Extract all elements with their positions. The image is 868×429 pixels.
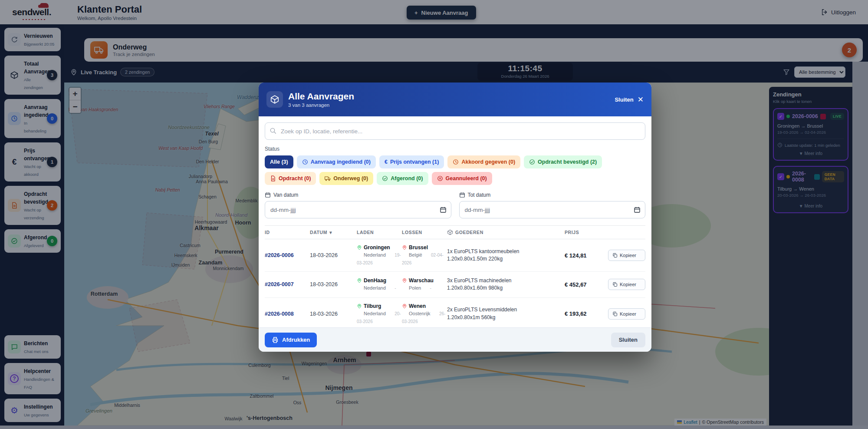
- goederen-cell: 2x EuroPLTS Levensmiddelen 1.20x0.80x1m …: [447, 306, 565, 321]
- pin-red-icon: [402, 245, 407, 250]
- request-id-link[interactable]: #2026-0008: [265, 311, 310, 317]
- app: sendwell. Klanten Portal Welkom, Apollo …: [0, 0, 868, 429]
- lossen-cell: Wenen Oostenrijk 26-03-2026: [402, 303, 447, 325]
- col-datum[interactable]: DATUM ▾: [310, 230, 357, 235]
- copy-button[interactable]: Kopieer: [608, 308, 645, 320]
- table-row[interactable]: #2026-0008 18-03-2026 Tilburg Nederland …: [265, 298, 645, 327]
- check-circle-icon: [529, 159, 535, 165]
- laden-cell: Tilburg Nederland 20-03-2026: [357, 303, 402, 325]
- alle-aanvragen-modal: Alle Aanvragen 3 van 3 aanvragen Sluiten…: [259, 82, 651, 352]
- filter-akkoord-gegeven[interactable]: Akkoord gegeven (0): [447, 155, 520, 168]
- lossen-cell: Warschau Polen -: [402, 277, 447, 291]
- col-lossen: LOSSEN: [402, 230, 447, 235]
- requests-table: ID DATUM ▾ LADEN LOSSEN GOEDEREN PRIJS: [265, 225, 645, 327]
- modal-header: Alle Aanvragen 3 van 3 aanvragen Sluiten…: [259, 82, 651, 116]
- clock-icon: [453, 159, 459, 165]
- request-date: 18-03-2026: [310, 311, 357, 317]
- table-row[interactable]: #2026-0006 18-03-2026 Groningen Nederlan…: [265, 239, 645, 272]
- request-id-link[interactable]: #2026-0006: [265, 252, 310, 258]
- request-date: 18-03-2026: [310, 281, 357, 287]
- lossen-cell: Brussel België 02-04-2026: [402, 244, 447, 266]
- date-from-label: Van datum: [265, 192, 451, 198]
- calendar-icon: [459, 192, 465, 198]
- laden-cell: DenHaag Nederland -: [357, 277, 402, 291]
- copy-icon: [612, 282, 618, 287]
- col-prijs: PRIJS: [565, 230, 608, 235]
- modal-title: Alle Aanvragen: [288, 91, 354, 102]
- col-id: ID: [265, 230, 310, 235]
- price-cell: € 124,81: [565, 252, 608, 259]
- filter-opdracht-bevestigd[interactable]: Opdracht bevestigd (2): [524, 155, 602, 168]
- goederen-cell: 3x EuroPLTS machinedelen 1.20x0.80x1.60m…: [447, 277, 565, 292]
- goederen-cell: 1x EuroPLTS kantoormeubelen 1.20x0.80x1.…: [447, 248, 565, 263]
- col-laden: LADEN: [357, 230, 402, 235]
- filter-geannuleerd[interactable]: Geannuleerd (0): [432, 172, 492, 185]
- copy-icon: [612, 253, 618, 258]
- pin-red-icon: [402, 304, 407, 309]
- calendar-picker-icon[interactable]: [634, 206, 641, 213]
- price-cell: € 193,62: [565, 310, 608, 317]
- filter-alle[interactable]: Alle (3): [265, 155, 293, 168]
- modal-body: Status Alle (3) Aanvraag ingediend (0) €…: [259, 116, 651, 327]
- pin-green-icon: [357, 278, 362, 283]
- euro-icon: €: [385, 159, 388, 165]
- date-to-input[interactable]: [459, 201, 646, 218]
- request-date: 18-03-2026: [310, 252, 357, 258]
- filter-prijs-ontvangen[interactable]: € Prijs ontvangen (1): [379, 155, 444, 168]
- calendar-icon: [265, 192, 271, 198]
- close-icon: ✕: [638, 95, 644, 104]
- footer-close-button[interactable]: Sluiten: [611, 333, 645, 347]
- modal-close-button[interactable]: Sluiten ✕: [615, 95, 644, 104]
- copy-button[interactable]: Kopieer: [608, 250, 645, 261]
- date-filters: Van datum Tot datum: [265, 192, 645, 218]
- close-label: Sluiten: [615, 96, 633, 103]
- table-row[interactable]: #2026-0007 18-03-2026 DenHaag Nederland …: [265, 272, 645, 298]
- date-to-label: Tot datum: [459, 192, 646, 198]
- truck-icon: [325, 175, 331, 182]
- filter-afgerond[interactable]: Afgerond (0): [377, 172, 428, 185]
- date-from-input[interactable]: [265, 201, 451, 218]
- table-header-row: ID DATUM ▾ LADEN LOSSEN GOEDEREN PRIJS: [265, 225, 645, 239]
- search-box: [265, 122, 645, 140]
- pin-green-icon: [357, 304, 362, 309]
- modal-footer: Afdrukken Sluiten: [259, 327, 651, 352]
- col-goederen: GOEDEREN: [447, 229, 565, 235]
- cancel-icon: [437, 175, 443, 182]
- package-icon: [447, 229, 453, 235]
- search-input[interactable]: [265, 122, 645, 140]
- calendar-picker-icon[interactable]: [440, 206, 447, 213]
- document-icon: [270, 175, 276, 182]
- filter-onderweg[interactable]: Onderweg (0): [319, 172, 373, 185]
- package-icon: [266, 91, 283, 108]
- printer-icon: [272, 337, 279, 343]
- pin-green-icon: [357, 245, 362, 250]
- filter-opdracht[interactable]: Opdracht (0): [265, 172, 316, 185]
- check-circle-icon: [382, 175, 388, 182]
- copy-button[interactable]: Kopieer: [608, 279, 645, 290]
- copy-icon: [612, 311, 618, 317]
- search-icon: [270, 127, 276, 134]
- laden-cell: Groningen Nederland 19-03-2026: [357, 244, 402, 266]
- price-cell: € 452,67: [565, 281, 608, 288]
- request-id-link[interactable]: #2026-0007: [265, 281, 310, 287]
- pin-red-icon: [402, 278, 407, 283]
- clock-icon: [302, 159, 308, 165]
- filter-aanvraag-ingediend[interactable]: Aanvraag ingediend (0): [297, 155, 376, 168]
- chevron-down-icon: ▾: [329, 230, 332, 235]
- status-label: Status: [265, 146, 645, 152]
- modal-subtitle: 3 van 3 aanvragen: [288, 102, 354, 108]
- print-button[interactable]: Afdrukken: [265, 333, 317, 347]
- status-filters: Alle (3) Aanvraag ingediend (0) € Prijs …: [265, 155, 645, 185]
